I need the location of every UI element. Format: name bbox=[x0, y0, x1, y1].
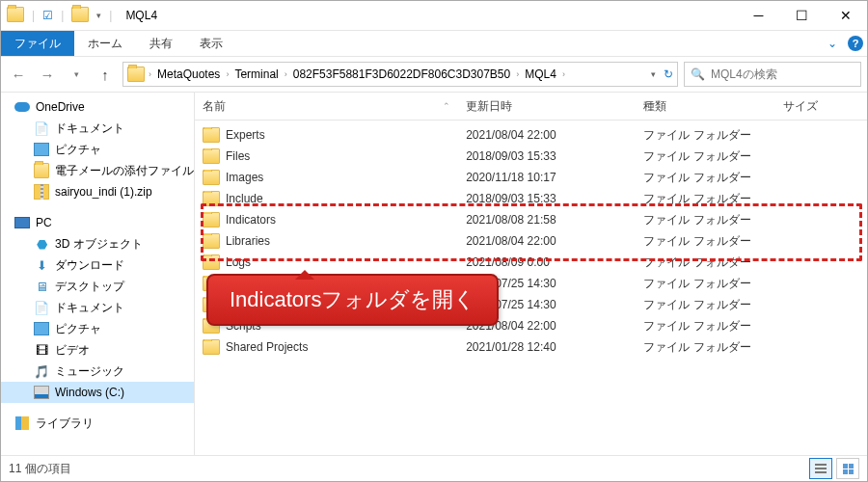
table-row[interactable]: Shared Projects2021/01/28 12:40ファイル フォルダ… bbox=[195, 336, 867, 358]
file-date: 2018/09/03 15:33 bbox=[458, 149, 636, 163]
folder-icon bbox=[203, 254, 220, 270]
col-size[interactable]: サイズ bbox=[775, 98, 867, 115]
file-name: Include bbox=[226, 192, 263, 205]
folder-icon bbox=[7, 7, 24, 25]
qat-dropdown-icon[interactable]: ▾ bbox=[96, 11, 101, 20]
table-row[interactable]: Files2018/09/03 15:33ファイル フォルダー bbox=[195, 146, 867, 167]
breadcrumb[interactable]: MetaQuotes bbox=[155, 67, 222, 81]
tree-pictures2[interactable]: ピクチャ bbox=[1, 318, 194, 339]
tab-share[interactable]: 共有 bbox=[136, 31, 186, 56]
explorer-window: | ☑ | ▾ | MQL4 ─ ☐ ✕ ファイル ホーム 共有 表示 ⌄ ? … bbox=[0, 0, 868, 482]
pc-icon bbox=[14, 217, 30, 228]
col-date[interactable]: 更新日時 bbox=[458, 98, 636, 115]
qat-check-icon[interactable]: ☑ bbox=[42, 9, 53, 22]
cloud-icon bbox=[14, 102, 30, 112]
tree-zipfile[interactable]: sairyou_indi (1).zip bbox=[1, 181, 194, 202]
file-list: 名前⌃ 更新日時 種類 サイズ Experts2021/08/04 22:00フ… bbox=[195, 93, 867, 455]
view-large-icons-button[interactable] bbox=[836, 458, 859, 479]
tree-3d-objects[interactable]: ⬣3D オブジェクト bbox=[1, 233, 194, 254]
nav-tree[interactable]: OneDrive 📄ドキュメント ピクチャ 電子メールの添付ファイル sairy… bbox=[1, 93, 195, 455]
tree-desktop[interactable]: 🖥デスクトップ bbox=[1, 276, 194, 297]
tree-documents2[interactable]: 📄ドキュメント bbox=[1, 297, 194, 318]
file-type: ファイル フォルダー bbox=[636, 127, 775, 144]
minimize-button[interactable]: ─ bbox=[737, 1, 780, 30]
refresh-icon[interactable]: ↻ bbox=[664, 67, 673, 81]
breadcrumb[interactable]: Terminal bbox=[232, 67, 280, 81]
tree-libraries[interactable]: ライブラリ bbox=[1, 413, 194, 434]
tree-onedrive[interactable]: OneDrive bbox=[1, 96, 194, 118]
tree-c-drive[interactable]: Windows (C:) bbox=[1, 382, 194, 403]
tab-view[interactable]: 表示 bbox=[186, 31, 236, 56]
file-type: ファイル フォルダー bbox=[636, 191, 775, 207]
col-name[interactable]: 名前⌃ bbox=[195, 98, 458, 115]
table-row[interactable]: Libraries2021/08/04 22:00ファイル フォルダー bbox=[195, 230, 867, 252]
folder-icon bbox=[203, 233, 220, 249]
chevron-right-icon[interactable]: › bbox=[149, 69, 151, 79]
chevron-right-icon[interactable]: › bbox=[285, 69, 287, 79]
close-button[interactable]: ✕ bbox=[824, 1, 867, 30]
back-button[interactable]: ← bbox=[7, 63, 30, 86]
folder-icon bbox=[203, 127, 220, 143]
statusbar: 11 個の項目 bbox=[1, 455, 867, 481]
list-icon bbox=[815, 464, 827, 473]
picture-icon bbox=[34, 143, 49, 156]
help-button[interactable]: ? bbox=[844, 31, 867, 56]
library-icon bbox=[15, 416, 29, 430]
search-input[interactable]: 🔍 MQL4の検索 bbox=[684, 62, 861, 87]
file-date: 2021/01/28 12:40 bbox=[458, 340, 636, 354]
breadcrumb[interactable]: MQL4 bbox=[523, 67, 558, 81]
chevron-right-icon[interactable]: › bbox=[516, 69, 519, 79]
tree-downloads[interactable]: ⬇ダウンロード bbox=[1, 254, 194, 276]
history-dropdown-icon[interactable]: ▾ bbox=[651, 69, 656, 79]
file-type: ファイル フォルダー bbox=[636, 318, 775, 335]
tree-pictures[interactable]: ピクチャ bbox=[1, 139, 194, 160]
file-type: ファイル フォルダー bbox=[636, 148, 775, 165]
table-row[interactable]: Experts2021/08/04 22:00ファイル フォルダー bbox=[195, 124, 867, 146]
tree-email-attach[interactable]: 電子メールの添付ファイル bbox=[1, 160, 194, 181]
folder-icon bbox=[203, 339, 220, 355]
search-placeholder: MQL4の検索 bbox=[711, 67, 777, 83]
tree-videos[interactable]: 🎞ビデオ bbox=[1, 339, 194, 361]
chevron-right-icon[interactable]: › bbox=[562, 69, 565, 79]
file-type: ファイル フォルダー bbox=[636, 212, 775, 228]
tree-documents[interactable]: 📄ドキュメント bbox=[1, 118, 194, 139]
address-bar[interactable]: › MetaQuotes › Terminal › 082F53F5881F3D… bbox=[122, 62, 678, 87]
window-title: MQL4 bbox=[118, 9, 737, 22]
qat-sep3: | bbox=[109, 9, 112, 22]
folder-icon bbox=[203, 191, 220, 206]
folder-icon bbox=[203, 170, 220, 185]
folder-icon bbox=[203, 212, 220, 228]
tab-home[interactable]: ホーム bbox=[74, 31, 136, 56]
file-date: 2021/08/04 22:00 bbox=[458, 234, 636, 248]
expand-ribbon-icon[interactable]: ⌄ bbox=[821, 31, 844, 56]
view-details-button[interactable] bbox=[809, 458, 832, 479]
tab-file[interactable]: ファイル bbox=[1, 31, 74, 56]
breadcrumb[interactable]: 082F53F5881F3D6022DF806C3D307B50 bbox=[291, 67, 513, 81]
recent-dropdown[interactable]: ▾ bbox=[65, 63, 88, 86]
status-text: 11 個の項目 bbox=[9, 461, 71, 477]
forward-button[interactable]: → bbox=[36, 63, 59, 86]
tree-pc[interactable]: PC bbox=[1, 212, 194, 233]
chevron-right-icon[interactable]: › bbox=[226, 69, 229, 79]
column-headers: 名前⌃ 更新日時 種類 サイズ bbox=[195, 93, 867, 120]
drive-icon bbox=[34, 386, 49, 399]
qat-sep2: | bbox=[61, 9, 64, 22]
tree-music[interactable]: 🎵ミュージック bbox=[1, 361, 194, 382]
maximize-button[interactable]: ☐ bbox=[780, 1, 824, 30]
qat-sep: | bbox=[32, 9, 35, 22]
table-row[interactable]: Include2018/09/03 15:33ファイル フォルダー bbox=[195, 188, 867, 209]
sort-asc-icon: ⌃ bbox=[443, 101, 450, 111]
file-date: 2020/11/18 10:17 bbox=[458, 171, 636, 184]
table-row[interactable]: Images2020/11/18 10:17ファイル フォルダー bbox=[195, 167, 867, 188]
zip-icon bbox=[34, 184, 49, 200]
picture-icon bbox=[34, 322, 49, 335]
folder-icon bbox=[34, 163, 49, 178]
file-type: ファイル フォルダー bbox=[636, 254, 775, 271]
file-type: ファイル フォルダー bbox=[636, 339, 775, 356]
up-button[interactable]: ↑ bbox=[94, 63, 117, 86]
file-type: ファイル フォルダー bbox=[636, 297, 775, 313]
file-type: ファイル フォルダー bbox=[636, 170, 775, 186]
search-icon: 🔍 bbox=[691, 67, 705, 81]
table-row[interactable]: Indicators2021/08/08 21:58ファイル フォルダー bbox=[195, 209, 867, 230]
col-type[interactable]: 種類 bbox=[636, 98, 775, 115]
